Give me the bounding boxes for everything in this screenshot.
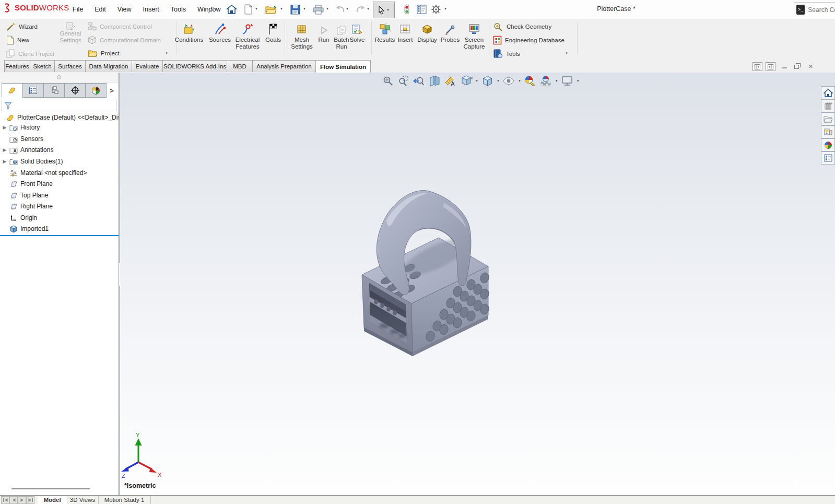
- expand-arrow-icon[interactable]: ▶: [0, 159, 9, 164]
- tree-item-origin[interactable]: Origin: [0, 213, 119, 223]
- home-button[interactable]: [225, 3, 238, 16]
- taskpane-file-explorer-tab[interactable]: [821, 112, 835, 125]
- edit-appearance-icon[interactable]: [524, 74, 537, 87]
- tab-featuremanager[interactable]: [2, 83, 23, 98]
- tree-root-item[interactable]: PlotterCase (Default) <<Default>_Disp: [0, 112, 119, 123]
- undo-dropdown[interactable]: ▼: [346, 7, 349, 10]
- taskpane-design-library-tab[interactable]: [821, 99, 835, 112]
- collapse-right-pane-button[interactable]: [766, 62, 775, 71]
- screen-capture-button[interactable]: ScreenCapture: [459, 22, 489, 50]
- wizard-button[interactable]: Wizard: [6, 22, 38, 31]
- options-dropdown[interactable]: ▼: [444, 7, 447, 10]
- redo-dropdown[interactable]: ▼: [367, 7, 370, 10]
- options-gear-button[interactable]: [429, 3, 443, 16]
- clone-project-button[interactable]: Clone Project: [6, 49, 54, 58]
- menu-insert[interactable]: Insert: [137, 0, 165, 19]
- section-view-icon[interactable]: [428, 74, 441, 87]
- pushpin-icon[interactable]: [205, 3, 218, 16]
- engineering-database-button[interactable]: Engineering Database: [493, 36, 564, 45]
- zoom-to-area-icon[interactable]: [397, 74, 410, 87]
- solve-button[interactable]: Solve: [346, 22, 369, 43]
- taskpane-view-palette-tab[interactable]: [821, 125, 835, 138]
- open-button[interactable]: [264, 3, 278, 16]
- menu-tools[interactable]: Tools: [165, 0, 192, 19]
- tree-item-top-plane[interactable]: Top Plane: [0, 190, 119, 201]
- hide-show-items-icon[interactable]: [502, 74, 515, 87]
- 3d-views-tab[interactable]: 3D Views: [67, 496, 99, 504]
- collapse-left-pane-button[interactable]: [752, 62, 762, 71]
- tree-item-solid-bodies[interactable]: ▶ Solid Bodies(1): [0, 156, 119, 167]
- minimize-button[interactable]: [780, 62, 789, 70]
- tab-features[interactable]: Features: [4, 60, 30, 72]
- apply-scene-icon[interactable]: [539, 74, 552, 87]
- new-document-button[interactable]: [241, 3, 255, 16]
- previous-view-icon[interactable]: [413, 74, 426, 87]
- tree-item-sensors[interactable]: Sensors: [0, 134, 119, 144]
- select-cursor-button[interactable]: ▼: [373, 2, 395, 18]
- tab-analysis-preparation[interactable]: Analysis Preparation: [252, 60, 316, 72]
- tab-surfaces[interactable]: Surfaces: [54, 60, 86, 72]
- panel-tabs-overflow-chevron[interactable]: >: [107, 83, 117, 98]
- component-control-button[interactable]: Component Control: [88, 22, 152, 31]
- undo-button[interactable]: [333, 3, 347, 16]
- view-settings-dropdown[interactable]: ▼: [577, 79, 580, 83]
- tab-evaluate[interactable]: Evaluate: [132, 60, 163, 72]
- last-tab-nav-button[interactable]: [26, 496, 34, 504]
- tree-item-material[interactable]: Material <not specified>: [0, 168, 119, 178]
- save-button[interactable]: [288, 3, 302, 16]
- tab-configuration-manager[interactable]: [43, 83, 65, 98]
- taskpane-home-tab[interactable]: [821, 86, 835, 99]
- view-settings-icon[interactable]: [561, 74, 574, 87]
- tree-item-imported1[interactable]: Imported1: [0, 224, 119, 234]
- display-style-icon[interactable]: [481, 74, 494, 87]
- next-tab-nav-button[interactable]: [18, 496, 26, 504]
- menu-edit[interactable]: Edit: [89, 0, 112, 19]
- tree-item-right-plane[interactable]: Right Plane: [0, 201, 119, 212]
- computational-domain-button[interactable]: Computational Domain: [88, 36, 161, 44]
- tab-solidworks-add-ins[interactable]: SOLIDWORKS Add-Ins: [162, 60, 227, 72]
- first-tab-nav-button[interactable]: [1, 496, 9, 504]
- redo-button[interactable]: [354, 3, 368, 16]
- tab-sketch[interactable]: Sketch: [30, 60, 55, 72]
- view-orientation-icon[interactable]: [460, 74, 473, 87]
- hide-show-items-dropdown[interactable]: ▼: [518, 79, 521, 83]
- tree-item-history[interactable]: ▶ History: [0, 122, 119, 133]
- display-pane-button[interactable]: [415, 3, 428, 16]
- performance-pipeline-icon[interactable]: [400, 3, 414, 16]
- menu-view[interactable]: View: [112, 0, 137, 19]
- close-button[interactable]: ×: [806, 62, 815, 70]
- restore-button[interactable]: [793, 62, 802, 70]
- project-button[interactable]: Project: [88, 49, 120, 57]
- motion-study-1-tab[interactable]: Motion Study 1: [98, 496, 151, 504]
- zoom-to-fit-icon[interactable]: [381, 74, 394, 87]
- check-geometry-button[interactable]: Check Geometry: [493, 22, 551, 31]
- print-button[interactable]: [311, 3, 325, 16]
- expand-arrow-icon[interactable]: ▶: [0, 125, 9, 130]
- general-settings-button[interactable]: GeneralSettings: [57, 21, 84, 44]
- tree-item-annotations[interactable]: ▶ Annotations: [0, 145, 119, 155]
- expand-arrow-icon[interactable]: ▶: [0, 147, 9, 153]
- tree-horizontal-scrollbar[interactable]: [11, 488, 90, 489]
- project-dropdown[interactable]: ▼: [165, 52, 168, 55]
- search-commands-box[interactable]: >_ Search Co: [794, 2, 835, 17]
- panel-collapse-handle[interactable]: [0, 73, 119, 83]
- goals-button[interactable]: Goals: [258, 22, 288, 43]
- flow-tools-button[interactable]: Tools: [493, 49, 520, 58]
- tab-flow-simulation[interactable]: Flow Simulation: [315, 60, 371, 73]
- tab-dimxpert-manager[interactable]: [64, 83, 86, 98]
- print-dropdown[interactable]: ▼: [326, 7, 329, 10]
- open-dropdown[interactable]: ▼: [280, 7, 283, 10]
- taskpane-appearances-tab[interactable]: [821, 138, 835, 151]
- tab-data-migration[interactable]: Data Migration: [85, 60, 132, 72]
- save-dropdown[interactable]: ▼: [303, 7, 306, 10]
- new-document-dropdown[interactable]: ▼: [255, 7, 258, 10]
- sources-button[interactable]: Sources: [205, 22, 235, 43]
- tree-item-front-plane[interactable]: Front Plane: [0, 179, 119, 189]
- new-project-button[interactable]: New: [6, 36, 29, 45]
- graphics-viewport[interactable]: ▼ ▼ ▼ ▼ ▼: [120, 73, 835, 495]
- rollback-bar[interactable]: [0, 235, 119, 236]
- apply-scene-dropdown[interactable]: ▼: [555, 79, 558, 83]
- conditions-button[interactable]: Conditions: [174, 22, 204, 43]
- menu-file[interactable]: File: [67, 0, 89, 19]
- flow-tools-dropdown[interactable]: ▼: [565, 52, 568, 55]
